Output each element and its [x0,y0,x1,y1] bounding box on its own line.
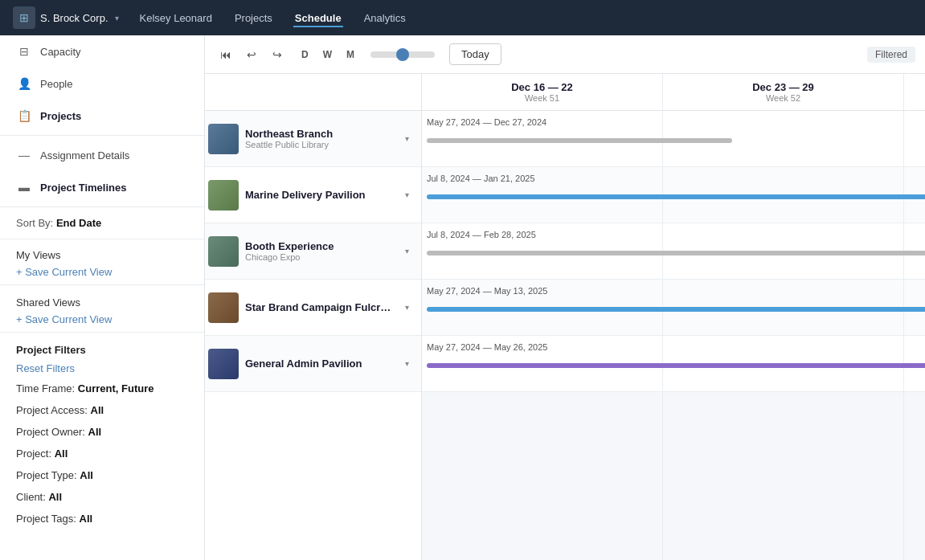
gantt-cell-1-3 [904,111,925,166]
nav-projects[interactable]: Projects [233,9,274,27]
save-current-view-btn[interactable]: + Save Current View [0,263,204,281]
gantt-row-2: Jul 8, 2024 — Jan 21, 2025 [422,167,925,223]
gantt-col-headers: Dec 16 — 22 Week 51 Dec 23 — 29 Week 52 … [422,74,925,111]
project-name-3: Booth Experience [245,240,392,252]
list-item: General Admin Pavilion ▾ [205,336,421,392]
sidebar-item-project-timelines[interactable]: ▬ Project Timelines [0,171,204,203]
capacity-icon: ⊟ [16,43,32,59]
project-info-5: General Admin Pavilion [245,358,392,370]
expand-btn-1[interactable]: ▾ [399,131,415,147]
expand-btn-2[interactable]: ▾ [399,187,415,203]
gantt-bar-1 [427,138,732,143]
filter-timeframe[interactable]: Time Frame: Current, Future [0,378,204,399]
filter-project-owner[interactable]: Project Owner: All [0,421,204,443]
project-name-4: Star Brand Campaign Fulcrum [245,301,392,313]
gantt-date-5: May 27, 2024 — May 26, 2025 [427,342,547,352]
nav-kelsey[interactable]: Kelsey Leonard [138,9,214,27]
capacity-label: Capacity [40,46,81,58]
filter-project-access[interactable]: Project Access: All [0,399,204,421]
col-header-main-2: Dec 23 — 29 [752,81,814,93]
gantt-date-2: Jul 8, 2024 — Jan 21, 2025 [427,174,535,183]
gantt-col-header-1: Dec 16 — 22 Week 51 [422,74,663,110]
gantt-container: Northeast Branch Seattle Public Library … [205,74,925,560]
sort-by-value: End Date [56,217,101,229]
project-name-5: General Admin Pavilion [245,358,392,370]
project-filters-label: Project Filters [0,336,204,359]
project-info-4: Star Brand Campaign Fulcrum [245,301,392,313]
sidebar: ⊟ Capacity 👤 People 📋 Projects — Assignm… [0,35,205,560]
filter-project-type[interactable]: Project Type: All [0,464,204,486]
reset-filters-btn[interactable]: Reset Filters [0,359,204,378]
top-nav: ⊞ S. Brock Corp. ▾ Kelsey Leonard Projec… [0,0,925,35]
col-header-sub-2: Week 52 [766,93,800,103]
sidebar-item-assignment-details[interactable]: — Assignment Details [0,139,204,171]
gantt-row-1: May 27, 2024 — Dec 27, 2024 [422,111,925,167]
filter-client[interactable]: Client: All [0,486,204,508]
expand-btn-5[interactable]: ▾ [399,356,415,372]
period-slider[interactable] [370,51,435,58]
period-w-btn[interactable]: W [317,46,338,63]
sidebar-item-projects[interactable]: 📋 Projects [0,100,204,132]
expand-btn-4[interactable]: ▾ [399,300,415,316]
gantt-empty-space [422,392,925,560]
my-views-label: My Views [0,243,204,263]
filter-project[interactable]: Project: All [0,443,204,464]
list-item: Northeast Branch Seattle Public Library … [205,111,421,167]
list-item: Booth Experience Chicago Expo ▾ [205,223,421,280]
timelines-icon: ▬ [16,179,32,195]
gantt-row-3: Jul 8, 2024 — Feb 28, 2025 [422,223,925,280]
company-name: S. Brock Corp. [40,12,108,24]
col-header-sub-1: Week 51 [525,93,559,103]
period-d-btn[interactable]: D [295,46,315,63]
divider-5 [0,332,204,333]
gantt-row-5: May 27, 2024 — May 26, 2025 [422,336,925,392]
shared-views-label: Shared Views [0,288,204,310]
project-thumb-2 [208,180,239,211]
today-btn[interactable]: Today [449,43,501,65]
nav-analytics[interactable]: Analytics [362,9,407,27]
project-thumb-1 [208,124,239,154]
gantt-list-header [205,74,421,111]
projects-label: Projects [40,110,81,122]
period-slider-thumb[interactable] [396,48,409,61]
project-sub-1: Seattle Public Library [245,140,392,149]
list-item: Star Brand Campaign Fulcrum ▾ [205,280,421,336]
gantt-bar-2 [427,194,925,199]
period-buttons: D W M [295,46,361,63]
nav-schedule[interactable]: Schedule [293,9,343,27]
redo-btn[interactable]: ↪ [266,43,289,66]
shared-save-current-view-btn[interactable]: + Save Current View [0,310,204,329]
main-layout: ⊟ Capacity 👤 People 📋 Projects — Assignm… [0,35,925,560]
gantt-chart-inner: Dec 16 — 22 Week 51 Dec 23 — 29 Week 52 … [422,74,925,560]
toolbar: ⏮ ↩ ↪ D W M Today Filtered [205,35,925,74]
project-thumb-3 [208,236,239,267]
period-m-btn[interactable]: M [340,46,361,63]
list-item: Marine Delivery Pavilion ▾ [205,167,421,223]
project-name-2: Marine Delivery Pavilion [245,189,392,201]
expand-btn-3[interactable]: ▾ [399,243,415,260]
divider-4 [0,284,204,285]
assignment-icon: — [16,147,32,163]
project-sub-3: Chicago Expo [245,252,392,262]
divider-2 [0,206,204,207]
gantt-bar-4 [427,307,925,312]
gantt-list: Northeast Branch Seattle Public Library … [205,74,422,560]
col-header-main-1: Dec 16 — 22 [511,81,573,93]
project-name-1: Northeast Branch [245,128,392,140]
nav-logo[interactable]: ⊞ S. Brock Corp. ▾ [13,6,119,29]
undo-btn[interactable]: ↩ [240,43,263,66]
sidebar-item-capacity[interactable]: ⊟ Capacity [0,35,204,67]
people-icon: 👤 [16,76,32,92]
assignment-details-label: Assignment Details [40,149,129,161]
gantt-col-header-2: Dec 23 — 29 Week 52 [663,74,904,110]
project-thumb-5 [208,349,239,379]
sort-by-label: Sort By: [16,217,53,229]
filter-project-tags[interactable]: Project Tags: All [0,508,204,529]
project-thumb-4 [208,292,239,323]
project-timelines-label: Project Timelines [40,182,126,194]
filtered-badge: Filtered [867,47,915,63]
project-info-3: Booth Experience Chicago Expo [245,240,392,262]
gantt-col-header-3: Dec 30 — Jan 5 Week 1 [904,74,925,110]
sidebar-item-people[interactable]: 👤 People [0,67,204,100]
skip-back-btn[interactable]: ⏮ [215,43,237,66]
